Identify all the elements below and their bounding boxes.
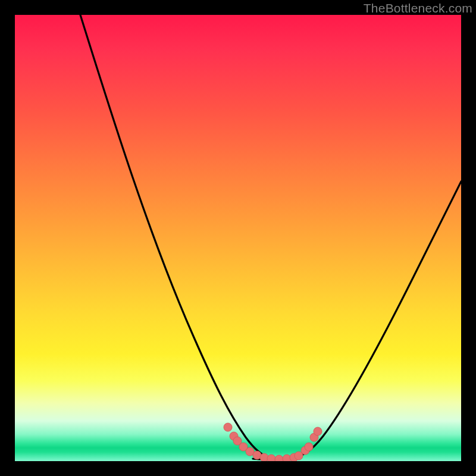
gradient-plot-area: [15, 15, 461, 461]
watermark-text: TheBottleneck.com: [364, 1, 472, 15]
data-marker: [224, 423, 232, 431]
bottleneck-right-curve: [289, 181, 461, 459]
data-marker: [305, 443, 313, 451]
data-marker: [267, 455, 275, 461]
marker-group: [224, 423, 322, 461]
data-marker: [314, 427, 322, 436]
curve-layer: [15, 15, 461, 461]
chart-frame: TheBottleneck.com: [0, 0, 476, 476]
data-marker: [275, 455, 283, 461]
bottleneck-left-curve: [80, 15, 280, 459]
